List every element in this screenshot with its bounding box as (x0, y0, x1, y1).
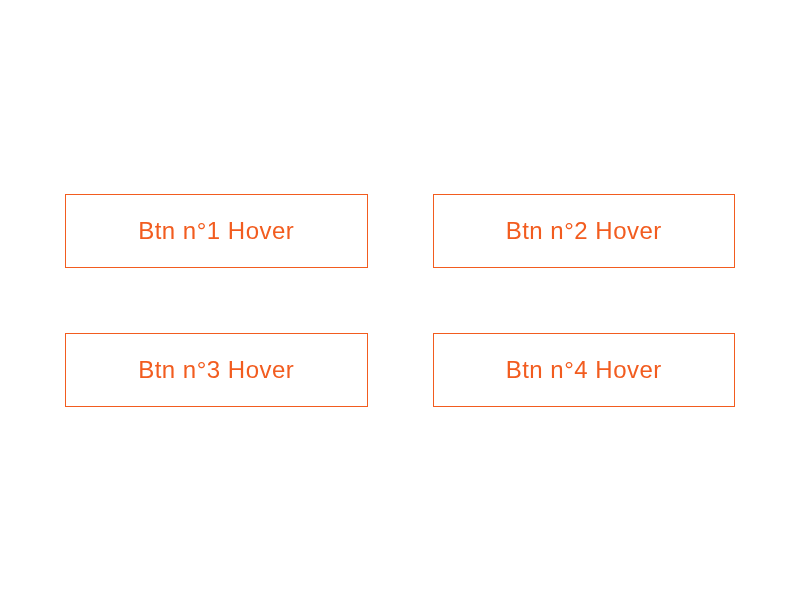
hover-button-3[interactable]: Btn n°3 Hover (65, 333, 368, 407)
hover-button-2[interactable]: Btn n°2 Hover (433, 194, 736, 268)
hover-button-1[interactable]: Btn n°1 Hover (65, 194, 368, 268)
hover-button-4[interactable]: Btn n°4 Hover (433, 333, 736, 407)
button-row-2: Btn n°3 Hover Btn n°4 Hover (65, 333, 735, 407)
button-row-1: Btn n°1 Hover Btn n°2 Hover (65, 194, 735, 268)
